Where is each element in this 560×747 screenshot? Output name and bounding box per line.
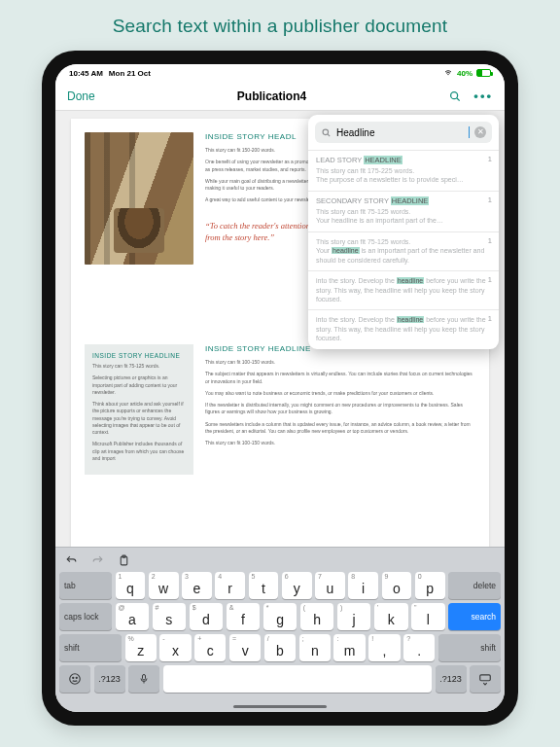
key-.?123[interactable]: .?123 [94, 665, 125, 693]
hide-keyboard-icon [478, 672, 492, 686]
svg-line-3 [328, 133, 330, 135]
status-bar: 10:45 AM Mon 21 Oct 40% [55, 64, 505, 82]
doc-text: Some newsletters include a column that i… [205, 421, 473, 436]
status-date: Mon 21 Oct [109, 69, 151, 78]
search-popover: ✕ LEAD STORY HEADLINEThis story can fit … [308, 115, 499, 349]
doc-text: This story can fit 75-125 words. [92, 363, 186, 370]
key-i[interactable]: 8i [348, 572, 378, 599]
key-caps lock[interactable]: caps lock [59, 603, 112, 630]
sidebar-story: INSIDE STORY HEADLINE This story can fit… [85, 344, 193, 475]
doc-text: You may also want to note business or ec… [205, 390, 473, 397]
key-d[interactable]: $d [190, 603, 224, 630]
search-result[interactable]: into the story. Develop the headline bef… [308, 309, 499, 348]
key-u[interactable]: 7u [315, 572, 345, 599]
key-o[interactable]: 9o [382, 572, 412, 599]
key-s[interactable]: #s [153, 603, 187, 630]
svg-point-6 [70, 674, 81, 685]
result-page: 1 [488, 155, 492, 163]
search-result[interactable]: SECONDARY STORY HEADLINEThis story can f… [308, 191, 499, 231]
redo-icon[interactable] [91, 554, 104, 567]
mic-icon [138, 673, 150, 685]
status-time: 10:45 AM [69, 69, 103, 78]
more-icon[interactable]: ••• [473, 89, 493, 102]
key-tab[interactable]: tab [59, 572, 112, 599]
document-canvas[interactable]: INSIDE STORY HEADL This story can fit 15… [55, 111, 505, 547]
key-.?123[interactable]: .?123 [436, 665, 467, 693]
doc-heading: INSIDE STORY HEADLINE [92, 352, 186, 359]
document-title: Publication4 [237, 89, 306, 103]
key-search[interactable]: search [448, 603, 501, 630]
svg-point-8 [76, 677, 77, 678]
key-n[interactable]: ;n [299, 634, 331, 661]
doc-text: If the newsletter is distributed interna… [205, 402, 473, 416]
key-e[interactable]: 3e [182, 572, 212, 599]
key-y[interactable]: 6y [282, 572, 312, 599]
home-indicator[interactable] [233, 705, 327, 708]
search-input[interactable] [336, 127, 464, 138]
key-shift[interactable]: shift [438, 634, 501, 661]
key-w[interactable]: 2w [149, 572, 179, 599]
doc-text: Microsoft Publisher includes thousands o… [92, 441, 186, 462]
key-shift[interactable]: shift [59, 634, 122, 661]
svg-line-1 [457, 97, 460, 100]
key-k[interactable]: 'k [374, 603, 408, 630]
undo-icon[interactable] [65, 554, 78, 567]
key-h[interactable]: (h [300, 603, 334, 630]
done-button[interactable]: Done [67, 89, 95, 103]
key-v[interactable]: =v [229, 634, 261, 661]
key-q[interactable]: 1q [116, 572, 146, 599]
doc-text: This story can fit 100-150 words. [205, 359, 473, 366]
search-results: LEAD STORY HEADLINEThis story can fit 17… [308, 150, 499, 349]
keyboard: tab1q2w3e4r5t6y7u8i9o0pdeletecaps lock@a… [55, 547, 505, 712]
clear-icon[interactable]: ✕ [474, 126, 486, 138]
battery-icon [476, 69, 491, 77]
key-m[interactable]: :m [333, 634, 365, 661]
svg-rect-9 [143, 675, 146, 681]
text-caret [469, 126, 470, 138]
hide-keyboard-key[interactable] [470, 665, 501, 693]
screen: 10:45 AM Mon 21 Oct 40% Done Publication… [55, 64, 505, 712]
key-c[interactable]: +c [194, 634, 226, 661]
key-j[interactable]: )j [337, 603, 371, 630]
result-page: 1 [488, 275, 492, 284]
key-f[interactable]: &f [227, 603, 261, 630]
nav-bar: Done Publication4 ••• [55, 82, 505, 111]
svg-point-2 [323, 129, 329, 135]
wifi-icon [443, 69, 453, 77]
result-page: 1 [488, 196, 492, 204]
key-r[interactable]: 4r [215, 572, 245, 599]
key-.[interactable]: ?. [403, 634, 435, 661]
dictation-key[interactable] [128, 665, 159, 693]
key-a[interactable]: @a [116, 603, 150, 630]
key-x[interactable]: -x [159, 634, 191, 661]
doc-text: Think about your article and ask yoursel… [92, 401, 186, 436]
key-z[interactable]: %z [125, 634, 157, 661]
search-result[interactable]: into the story. Develop the headline bef… [308, 270, 499, 309]
doc-text: Selecting pictures or graphics is an imp… [92, 374, 186, 396]
emoji-key[interactable] [59, 665, 90, 693]
clipboard-icon[interactable] [118, 554, 130, 567]
search-result[interactable]: LEAD STORY HEADLINEThis story can fit 17… [308, 150, 499, 191]
battery-percent: 40% [457, 69, 472, 78]
result-page: 1 [488, 236, 492, 245]
search-field[interactable]: ✕ [315, 122, 492, 143]
emoji-icon [68, 672, 82, 686]
key-p[interactable]: 0p [415, 572, 445, 599]
key-l[interactable]: "l [411, 603, 445, 630]
search-icon[interactable] [448, 89, 462, 103]
result-page: 1 [488, 314, 492, 323]
key-g[interactable]: *g [263, 603, 298, 630]
key-delete[interactable]: delete [448, 572, 501, 599]
key-[interactable] [163, 665, 433, 693]
key-,[interactable]: !, [368, 634, 400, 661]
svg-point-0 [451, 91, 458, 98]
tablet-frame: 10:45 AM Mon 21 Oct 40% Done Publication… [42, 51, 518, 726]
svg-rect-11 [480, 675, 491, 681]
svg-point-7 [73, 677, 74, 678]
key-t[interactable]: 5t [249, 572, 279, 599]
keyboard-toolbar [59, 551, 501, 570]
search-icon [321, 127, 332, 138]
key-b[interactable]: /b [264, 634, 296, 661]
search-result[interactable]: This story can fit 75-125 words.Your hea… [308, 231, 499, 270]
promo-title: Search text within a publisher document [113, 16, 448, 37]
